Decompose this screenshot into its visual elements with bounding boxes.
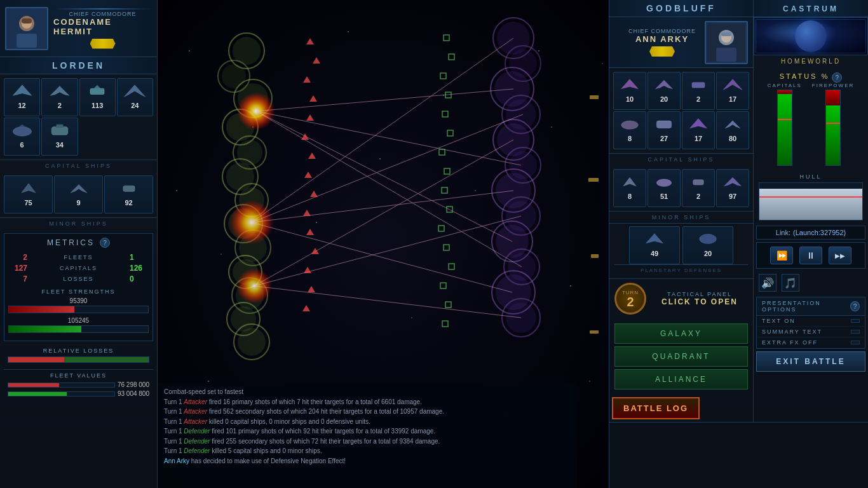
- svg-point-26: [226, 163, 254, 191]
- godbluff-title-bar: GODBLUFF: [609, 0, 753, 17]
- godbluff-capital-ships: 10 20 2 17 8: [609, 68, 753, 153]
- right-ship-count-5: 27: [660, 135, 668, 142]
- metrics-table: 2 FLEETS 1 127 CAPITALS 126 7 LOSSES 0: [8, 253, 149, 283]
- left-ship-icon-0: [10, 81, 35, 100]
- svg-rect-109: [442, 321, 448, 327]
- svg-marker-89: [306, 229, 314, 235]
- left-ship-icon-5: [47, 121, 72, 140]
- alliance-button[interactable]: Alliance: [614, 369, 748, 390]
- right-minor-count-0: 8: [628, 193, 632, 200]
- planetary-ships-grid: 49 20: [614, 226, 748, 264]
- svg-line-69: [256, 111, 521, 165]
- fleet-strengths: FLEET STRENGTHS 95390 105245: [8, 288, 149, 333]
- combat-log-overlay: Combat-speed set to fastest Turn 1 Attac…: [158, 383, 577, 488]
- left-minor-count-0: 75: [24, 199, 32, 207]
- svg-marker-93: [302, 305, 310, 311]
- svg-rect-127: [693, 180, 704, 185]
- nav-buttons: Galaxy Quadrant Alliance: [609, 318, 753, 395]
- svg-marker-119: [621, 79, 639, 89]
- log-line-6: Turn 1 Defender killed 5 capital ships a…: [164, 446, 571, 456]
- hull-section: HULL: [754, 171, 868, 223]
- right-ship-6: 17: [682, 111, 715, 149]
- left-ship-2: 113: [79, 78, 116, 116]
- tactical-panel[interactable]: TACTICAL PANEL CLICK TO OPEN: [651, 291, 748, 306]
- svg-marker-81: [303, 76, 311, 83]
- firepower-bar-group: FIREPOWER: [812, 83, 854, 166]
- svg-marker-79: [306, 38, 314, 44]
- left-ship-count-3: 24: [131, 102, 139, 109]
- music-toggle-button[interactable]: 🔊: [759, 274, 776, 292]
- sfx-toggle-button[interactable]: 🎵: [782, 274, 799, 292]
- left-avatar-portrait: [8, 10, 46, 48]
- svg-marker-85: [308, 152, 316, 159]
- capitals-bar-label: CAPITALS: [768, 83, 802, 88]
- status-section: STATUS % ? CAPITALS FIREPOWER: [754, 67, 868, 171]
- quadrant-button[interactable]: Quadrant: [614, 346, 748, 367]
- capitals-bar-group: CAPITALS: [768, 83, 802, 166]
- relative-losses-title: RELATIVE LOSSES: [8, 348, 149, 354]
- right-ship-count-3: 17: [729, 95, 736, 103]
- status-help-icon[interactable]: ?: [832, 72, 842, 83]
- left-minor-count-2: 92: [125, 199, 132, 207]
- left-capital-label: CAPITAL SHIPS: [0, 159, 157, 172]
- red-strength-bar: [8, 306, 149, 313]
- svg-rect-104: [438, 226, 444, 231]
- tactical-section: TURN 2 TACTICAL PANEL CLICK TO OPEN: [609, 278, 753, 318]
- metrics-label-2: LOSSES: [27, 276, 130, 282]
- exit-battle-button[interactable]: EXIT BATTLE: [756, 351, 865, 372]
- hull-label: HULL: [759, 173, 863, 180]
- godbluff-avatar: [705, 21, 748, 64]
- svg-rect-95: [449, 54, 454, 60]
- svg-point-40: [238, 328, 266, 356]
- metrics-right-0: 1: [130, 253, 149, 262]
- svg-rect-108: [445, 302, 451, 308]
- right-ship-count-7: 80: [729, 135, 736, 142]
- svg-rect-102: [442, 187, 447, 193]
- losses-bar-inner: [8, 357, 149, 362]
- right-commander-area: GODBLUFF CHIEF COMMODORE ANN ARKY: [609, 0, 868, 423]
- metrics-title: METRICS: [47, 238, 95, 247]
- left-minor-0: 75: [4, 175, 53, 214]
- svg-point-126: [656, 179, 671, 187]
- galaxy-button[interactable]: Galaxy: [614, 323, 748, 344]
- svg-line-76: [254, 140, 513, 286]
- presentation-label-1: SUMMARY TEXT: [762, 329, 822, 335]
- metrics-label-0: FLEETS: [27, 254, 130, 261]
- svg-point-38: [231, 306, 256, 332]
- presentation-help-icon[interactable]: ?: [850, 301, 860, 311]
- right-ship-1: 20: [648, 72, 681, 110]
- svg-rect-116: [716, 48, 736, 62]
- svg-marker-92: [308, 286, 315, 292]
- play-pause-button[interactable]: ⏸: [799, 247, 822, 264]
- right-minor-0: 8: [613, 169, 646, 207]
- presentation-row-0: TEXT ON: [757, 316, 865, 327]
- turn-number: 2: [627, 295, 634, 308]
- svg-marker-121: [723, 79, 742, 90]
- relative-losses-section: RELATIVE LOSSES: [4, 345, 153, 365]
- left-avatar: [5, 7, 48, 50]
- metrics-help-icon[interactable]: ?: [100, 238, 110, 248]
- green-strength-value: 105245: [8, 317, 149, 324]
- metrics-left-1: 127: [8, 264, 27, 273]
- svg-rect-2: [17, 34, 37, 48]
- planetary-count-0: 49: [651, 250, 658, 257]
- svg-line-71: [256, 111, 522, 267]
- svg-marker-87: [310, 191, 318, 197]
- left-ship-icon-4: [10, 121, 35, 140]
- svg-rect-12: [56, 125, 63, 128]
- right-ship-count-2: 2: [696, 95, 700, 103]
- right-ship-count-1: 20: [660, 95, 668, 103]
- presentation-title: PRESENTATION OPTIONS: [762, 300, 850, 313]
- svg-marker-125: [623, 177, 636, 186]
- fleet-value-green-fill: [8, 392, 67, 396]
- svg-rect-112: [591, 254, 599, 258]
- svg-marker-80: [313, 57, 320, 64]
- svg-marker-91: [304, 267, 311, 273]
- battle-log-button[interactable]: Battle Log: [612, 397, 700, 419]
- fast-forward-button[interactable]: ⏩: [770, 247, 793, 264]
- playback-controls: ⏩ ⏸ ▶▶: [756, 242, 865, 269]
- fleet-value-green-num: 93 004 800: [118, 390, 149, 397]
- skip-forward-button[interactable]: ▶▶: [829, 247, 851, 264]
- battle-svg: [158, 0, 609, 381]
- svg-rect-14: [123, 186, 134, 191]
